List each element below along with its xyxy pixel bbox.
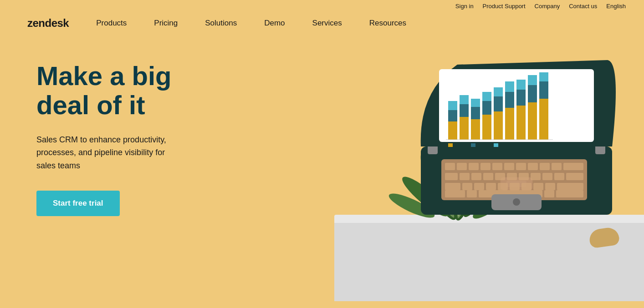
svg-rect-64 [483, 173, 493, 180]
svg-rect-28 [482, 101, 491, 115]
svg-rect-35 [505, 81, 514, 92]
svg-rect-83 [467, 190, 477, 197]
svg-rect-55 [504, 163, 514, 170]
svg-rect-24 [471, 119, 480, 140]
hero-title: Make a big deal of it [36, 61, 182, 120]
svg-rect-52 [469, 163, 479, 170]
nav-services[interactable]: Services [312, 19, 342, 27]
svg-rect-63 [471, 173, 481, 180]
hero-image-area [234, 34, 644, 301]
svg-rect-44 [539, 72, 548, 81]
svg-rect-50 [445, 163, 455, 170]
svg-rect-72 [445, 183, 460, 190]
product-support-link[interactable]: Product Support [483, 3, 526, 10]
logo[interactable]: zendesk [27, 17, 69, 30]
svg-rect-53 [480, 163, 491, 170]
svg-rect-40 [528, 85, 537, 102]
svg-rect-27 [482, 115, 491, 140]
svg-rect-39 [528, 102, 537, 140]
svg-rect-54 [492, 163, 502, 170]
nav-resources[interactable]: Resources [369, 19, 406, 27]
start-free-trial-button[interactable]: Start free trial [36, 191, 120, 216]
svg-rect-42 [539, 99, 548, 140]
svg-rect-41 [528, 75, 537, 85]
svg-rect-38 [516, 80, 526, 90]
svg-rect-77 [510, 183, 520, 190]
svg-rect-18 [448, 121, 457, 140]
svg-rect-36 [516, 106, 526, 140]
svg-rect-75 [486, 183, 496, 190]
svg-rect-62 [460, 173, 470, 180]
svg-rect-78 [521, 183, 532, 190]
svg-rect-37 [516, 90, 526, 106]
svg-rect-29 [482, 92, 491, 101]
svg-rect-85 [544, 190, 554, 197]
hero-section: Make a big deal of it Sales CRM to enhan… [0, 34, 644, 301]
svg-rect-60 [563, 163, 583, 170]
hero-content: Make a big deal of it Sales CRM to enhan… [0, 34, 219, 301]
svg-rect-79 [533, 183, 543, 190]
svg-rect-56 [516, 163, 526, 170]
language-link[interactable]: English [606, 3, 626, 10]
svg-rect-51 [457, 163, 467, 170]
svg-rect-43 [539, 81, 548, 99]
svg-rect-59 [552, 163, 562, 170]
svg-rect-26 [471, 99, 480, 107]
company-link[interactable]: Company [535, 3, 560, 10]
svg-rect-73 [462, 183, 472, 190]
svg-rect-58 [540, 163, 550, 170]
svg-rect-76 [498, 183, 508, 190]
svg-rect-69 [542, 173, 552, 180]
svg-rect-32 [494, 87, 503, 96]
svg-rect-23 [460, 95, 469, 104]
nav-solutions[interactable]: Solutions [205, 19, 237, 27]
svg-rect-67 [519, 173, 529, 180]
svg-rect-46 [448, 143, 453, 147]
svg-rect-70 [554, 173, 564, 180]
utility-bar: Sign in Product Support Company Contact … [0, 0, 644, 12]
svg-rect-22 [460, 104, 469, 117]
nav-links: Products Pricing Solutions Demo Services… [96, 19, 406, 28]
svg-rect-61 [445, 173, 458, 180]
svg-rect-57 [528, 163, 538, 170]
svg-rect-68 [531, 173, 541, 180]
svg-rect-25 [471, 107, 480, 119]
svg-rect-82 [445, 190, 465, 197]
svg-rect-33 [505, 108, 514, 140]
svg-rect-19 [448, 110, 457, 121]
svg-rect-86 [556, 190, 583, 197]
nav-pricing[interactable]: Pricing [154, 19, 178, 27]
svg-rect-66 [507, 173, 517, 180]
briefcase-illustration [403, 46, 630, 228]
svg-rect-74 [474, 183, 484, 190]
svg-rect-20 [448, 101, 457, 110]
sign-in-link[interactable]: Sign in [455, 3, 474, 10]
contact-us-link[interactable]: Contact us [569, 3, 597, 10]
svg-rect-47 [471, 143, 475, 147]
hero-subtitle: Sales CRM to enhance productivity, proce… [36, 133, 182, 172]
svg-rect-81 [557, 183, 583, 190]
svg-rect-71 [566, 173, 583, 180]
svg-rect-48 [494, 143, 498, 147]
navbar: zendesk Products Pricing Solutions Demo … [0, 12, 644, 34]
nav-products[interactable]: Products [96, 19, 127, 27]
svg-rect-65 [495, 173, 505, 180]
svg-point-88 [513, 198, 520, 206]
svg-rect-30 [494, 111, 503, 140]
svg-rect-34 [505, 92, 514, 108]
svg-rect-21 [460, 117, 469, 140]
svg-rect-31 [494, 96, 503, 111]
nav-demo[interactable]: Demo [264, 19, 285, 27]
svg-rect-80 [545, 183, 555, 190]
